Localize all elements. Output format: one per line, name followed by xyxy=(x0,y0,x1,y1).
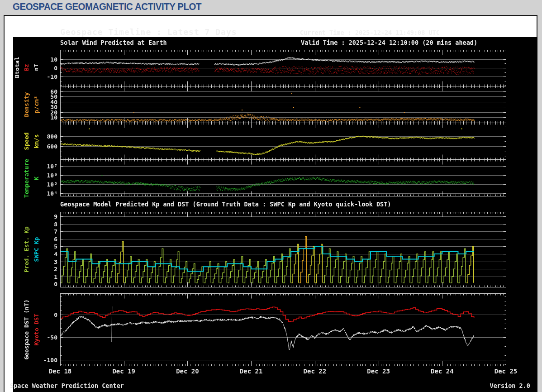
y-tick-label-kp: 6 xyxy=(54,235,57,242)
y-tick-label-dst: 0 xyxy=(54,311,57,318)
y-tick-label-speed: 800 xyxy=(47,133,57,139)
y-tick-label-imf: -10 xyxy=(47,73,57,80)
y-label-density-unit: p/cm³ xyxy=(33,96,40,113)
footer-version: Version 2.0 xyxy=(490,382,530,389)
y-label-kyoto-dst: Kyoto DST xyxy=(33,314,40,345)
y-tick-label-kp: 1 xyxy=(54,273,57,280)
y-tick-label-kp: 3 xyxy=(54,258,57,265)
y-tick-label-kp: 4 xyxy=(54,250,57,257)
solar-wind-subtitle: Solar Wind Predicted at Earth xyxy=(60,39,167,46)
y-tick-label-density: 10 xyxy=(50,114,57,121)
y-label-density: Density xyxy=(23,92,30,117)
y-tick-label-temperature: 10⁴ xyxy=(47,190,57,197)
y-label-bz: Bz xyxy=(23,64,30,71)
valid-time: Valid Time : 2025-12-24 12:10:00 (20 min… xyxy=(301,39,477,46)
y-tick-label-imf: 0 xyxy=(54,65,57,72)
y-tick-label-kp: 5 xyxy=(54,243,57,250)
y-tick-label-speed: 600 xyxy=(47,143,57,150)
x-tick-label: Dec 25 xyxy=(494,368,518,375)
y-label-speed: Speed xyxy=(23,132,30,150)
y-tick-label-dst: -100 xyxy=(43,357,57,363)
y-label-temperature: Temperature xyxy=(23,159,30,198)
y-tick-label-temperature: 10⁵ xyxy=(47,181,57,188)
x-tick-label: Dec 19 xyxy=(112,368,135,375)
y-label-pred-est-kp: Pred. Est. Kp xyxy=(23,226,30,272)
plot-title: Geospace Timeline : Latest 7 Days xyxy=(60,27,237,37)
y-tick-label-kp: 8 xyxy=(54,220,57,227)
y-tick-label-kp: 0 xyxy=(54,281,57,287)
y-label-speed-unit: km/s xyxy=(33,134,40,148)
x-tick-label: Dec 20 xyxy=(176,368,199,375)
x-tick-label: Dec 22 xyxy=(304,368,327,375)
current-time: Current Time : 2025-12-24 11:49:08 UTC xyxy=(300,29,440,36)
y-label-nt-unit: nT xyxy=(33,64,39,71)
y-tick-label-kp: 2 xyxy=(54,266,57,272)
x-tick-label: Dec 23 xyxy=(367,368,390,375)
y-label-btotal: Btotal xyxy=(14,57,20,78)
y-label-temperature-unit: K xyxy=(33,177,40,180)
y-label-swpc-kp: SWPC Kp xyxy=(33,237,40,262)
section2-title: Geospace Model Predicted Kp and DST (Gro… xyxy=(60,201,391,208)
x-tick-label: Dec 21 xyxy=(240,368,263,375)
page-title: GEOSPACE GEOMAGNETIC ACTIVITY PLOT xyxy=(13,1,201,13)
y-tick-label-imf: 10 xyxy=(50,56,57,62)
x-tick-label: Dec 18 xyxy=(49,368,72,375)
y-tick-label-temperature: 10⁷ xyxy=(47,163,57,170)
y-tick-label-temperature: 10⁶ xyxy=(47,172,57,179)
swpc-geospace-page: { "page": { "header_title": "GEOSPACE GE… xyxy=(0,0,542,392)
x-tick-label: Dec 24 xyxy=(431,368,454,375)
y-tick-label-dst: -50 xyxy=(47,334,57,341)
y-tick-label-kp: 9 xyxy=(54,213,57,220)
y-label-geospace-dst: Geospace DST (nT) xyxy=(23,299,30,359)
footer-credit: Space Weather Prediction Center xyxy=(10,382,124,389)
y-tick-label-kp: 7 xyxy=(54,228,57,235)
